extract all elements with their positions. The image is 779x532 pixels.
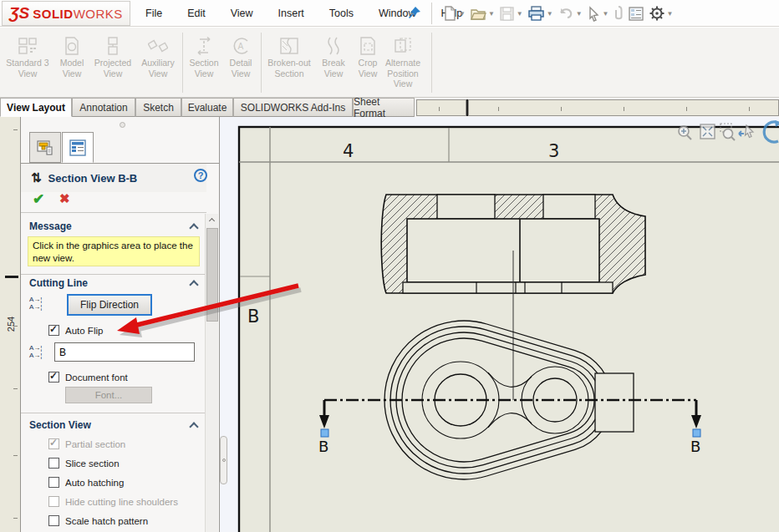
svg-text:A: A [238,42,244,51]
flip-direction-button[interactable]: Flip Direction [67,294,152,316]
auto-flip-checkbox[interactable] [48,325,59,336]
panel-header: ⇅ Section View B-B [21,164,206,192]
dropdown-caret-icon[interactable]: ▼ [488,10,495,18]
ruler-value-label: 254 [6,317,16,332]
slice-section-row[interactable]: Slice section [48,458,120,469]
document-font-checkbox[interactable] [48,372,59,383]
property-manager-icon [69,139,87,157]
cutting-line-handle-right[interactable] [693,429,700,437]
partial-section-checkbox[interactable] [48,438,59,449]
menu-insert[interactable]: Insert [277,5,306,22]
view-properties-button[interactable] [627,3,645,24]
cancel-button[interactable]: ✖ [59,191,70,206]
tab-sketch[interactable]: Sketch [135,98,181,117]
section-label-input[interactable] [54,342,195,362]
dropdown-caret-icon[interactable]: ▼ [459,10,466,18]
horizontal-ruler-segment [416,99,466,116]
menu-view[interactable]: View [229,5,255,22]
solidworks-logo: ƷS SOLID WORKS [2,1,130,26]
cutting-line-handle-left[interactable] [321,429,328,437]
tab-property-manager[interactable] [62,132,94,163]
panel-scrollbar[interactable] [205,214,218,532]
select-button[interactable]: ▼ [586,3,610,24]
scale-hatch-pattern-label: Scale hatch pattern [65,516,148,526]
property-manager-panel: ⇅ Section View B-B ? ✔ ✖ Message Click i… [21,117,220,532]
alternate-position-view-button[interactable]: Alternate Position View [378,33,428,89]
panel-splitter-handle[interactable] [220,436,227,484]
message-group-header[interactable]: Message [29,220,72,232]
message-box: Click in the graphics area to place the … [28,236,200,266]
ok-button[interactable]: ✔ [33,190,44,208]
break-view-button[interactable]: Break View [315,33,352,79]
panel-grip-handle[interactable] [120,122,125,128]
ribbon-separator [431,33,432,93]
hide-cutting-line-shoulders-checkbox[interactable] [48,496,59,507]
partial-section-label: Partial section [65,439,125,449]
font-button[interactable]: Font... [65,387,152,403]
projected-view-button[interactable]: Projected View [90,33,135,79]
tab-view-layout[interactable]: View Layout [0,98,72,117]
tab-annotation[interactable]: Annotation [72,98,135,117]
scale-hatch-pattern-row[interactable]: Scale hatch pattern [48,515,148,526]
quick-access-toolbar: ▼ ▼ ▼ ▼ ▼ ▼ ▼ [441,3,674,24]
new-document-button[interactable]: ▼ [441,3,466,24]
section-view-group-header[interactable]: Section View [29,419,91,431]
auto-hatching-checkbox[interactable] [48,477,59,488]
detail-view-button[interactable]: A Detail View [222,33,259,79]
dropdown-caret-icon[interactable]: ▼ [603,10,609,18]
drawing-sheet: 4 3 B [220,117,779,532]
dropdown-caret-icon[interactable]: ▼ [547,10,553,18]
collapse-cutting-line-icon[interactable] [189,280,198,289]
dropdown-caret-icon[interactable]: ▼ [517,10,523,18]
print-button[interactable]: ▼ [527,3,554,24]
cutting-line-group-header[interactable]: Cutting Line [29,277,88,289]
zoom-to-fit-icon[interactable] [700,124,715,139]
scrollbar-thumb[interactable] [206,228,218,322]
menu-edit[interactable]: Edit [186,5,207,22]
graphics-area[interactable]: 4 3 B [220,117,779,532]
command-tab-bar: View Layout Annotation Sketch Evaluate S… [0,98,779,117]
hide-cutting-line-shoulders-row[interactable]: Hide cutting line shoulders [48,496,178,507]
collapse-message-icon[interactable] [189,223,198,232]
auto-flip-checkbox-row[interactable]: Auto Flip [48,325,103,336]
options-gear-button[interactable]: ▼ [648,3,675,24]
tab-evaluate[interactable]: Evaluate [181,98,233,117]
auxiliary-view-button[interactable]: Auxiliary View [135,33,181,79]
pin-menu-icon[interactable] [408,6,421,23]
dropdown-caret-icon[interactable]: ▼ [667,10,674,18]
section-label-icon: A→¦A→¦ [29,345,42,360]
scrollbar-up-icon[interactable] [206,214,218,226]
zone-label-3: 3 [548,141,559,161]
tab-feature-manager[interactable] [29,132,61,163]
zone-label-b: B [247,307,259,327]
ribbon-separator [261,33,262,93]
model-view-button[interactable]: Model View [53,33,91,79]
sheet-paper [239,127,779,532]
document-font-checkbox-row[interactable]: Document font [48,372,128,383]
standard-3-view-button[interactable]: Standard 3 View [3,33,52,79]
section-view-cycle-icon: ⇅ [31,170,42,185]
collapse-section-view-icon[interactable] [189,422,198,431]
slice-section-label: Slice section [65,459,120,469]
dropdown-caret-icon[interactable]: ▼ [576,10,583,18]
auto-hatching-row[interactable]: Auto hatching [48,477,124,488]
menu-file[interactable]: File [144,5,164,22]
open-button[interactable]: ▼ [469,3,496,24]
help-icon[interactable]: ? [194,169,207,182]
section-view-button[interactable]: Section View [186,33,222,79]
scale-hatch-pattern-checkbox[interactable] [48,515,59,526]
hide-cutting-line-shoulders-label: Hide cutting line shoulders [65,497,178,507]
partial-section-row[interactable]: Partial section [48,438,125,449]
ds-logo-icon: ƷS [9,4,29,23]
menu-tools[interactable]: Tools [328,5,355,22]
tab-sheet-format[interactable]: Sheet Format [353,98,415,117]
attachments-button[interactable] [613,3,624,24]
auto-hatching-label: Auto hatching [65,478,124,488]
undo-button[interactable]: ▼ [557,3,583,24]
ribbon-separator [182,33,183,93]
save-button[interactable]: ▼ [498,3,524,24]
auto-flip-label: Auto Flip [65,326,103,336]
tab-solidworks-add-ins[interactable]: SOLIDWORKS Add-Ins [233,98,353,117]
slice-section-checkbox[interactable] [48,458,59,469]
broken-out-section-button[interactable]: Broken-out Section [264,33,314,79]
